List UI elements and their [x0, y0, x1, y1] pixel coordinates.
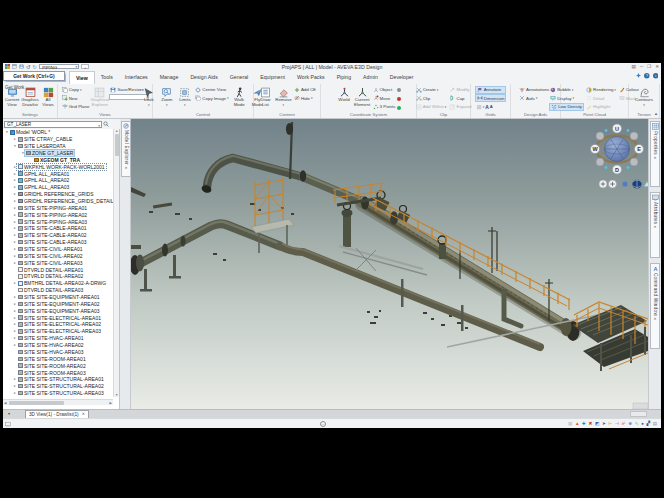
ribbon-button-object[interactable]: Object	[372, 86, 397, 94]
tree-item[interactable]: ▸GPHL ALL_AREA01	[3, 170, 114, 177]
tree-item[interactable]: ▸GPHL ALL_AREA02	[3, 177, 114, 184]
ribbon-button-limits[interactable]: Limits▾	[176, 86, 193, 113]
status-icon-1[interactable]: ▲	[575, 421, 580, 427]
ribbon-button-rendering[interactable]: Rendering▾	[585, 86, 617, 94]
grid-mini-buttons[interactable]: ▾ AA	[475, 103, 507, 111]
tree-item[interactable]: SITE SITE-ROOM-AREA02	[3, 362, 114, 369]
tree-item[interactable]: ▸SITE SITE-STRUCTURAL-AREA01	[3, 376, 114, 383]
ribbon-button-detail[interactable]: Detail	[585, 94, 617, 102]
status-icon-8[interactable]: ⊬	[622, 421, 626, 427]
tab-admin[interactable]: Admin	[357, 71, 384, 84]
ribbon-button-display[interactable]: Display▾	[549, 94, 584, 102]
status-icon-11[interactable]: ●	[641, 421, 644, 427]
ribbon-button-highlight[interactable]: Highlight	[585, 103, 617, 111]
status-icon-4[interactable]: ◩	[595, 421, 599, 427]
ribbon-button-cap[interactable]: Cap	[448, 94, 472, 102]
status-icon-10[interactable]: ∿	[635, 421, 639, 427]
tree-item[interactable]: ▸SITE SITE-PIPING-AREA01	[3, 204, 114, 211]
tree-item[interactable]: ▸SITE SITE-ELECTRICAL-AREA01	[3, 314, 114, 321]
ribbon-button-clip[interactable]: Clip	[415, 94, 448, 102]
ribbon-button-move[interactable]: Move	[372, 94, 397, 102]
ribbon-button-aids[interactable]: Aids▾	[518, 94, 553, 102]
close-icon[interactable]: ✕	[124, 166, 127, 170]
tree-vertical-scrollbar[interactable]: ▲▼	[113, 129, 119, 397]
ribbon-button-look[interactable]: Look▾	[140, 86, 157, 113]
tree-item[interactable]: ▸SITE SITE-PIPING-AREA02	[3, 211, 114, 218]
status-icon-3[interactable]: ✖	[589, 421, 593, 427]
model-explorer-tab[interactable]: Model Explorer ✕	[121, 121, 131, 177]
tree-item[interactable]: ▸SITE SITE-ELECTRICAL-AREA03	[3, 328, 114, 335]
tree-item[interactable]: ▸GPHL ALL_AREA03	[3, 184, 114, 191]
close-icon[interactable]: ✕	[653, 225, 656, 229]
ribbon-button-walk-mode[interactable]: WalkMode	[231, 86, 248, 113]
tree-item[interactable]: ▸GRIDHL REFERENCE_GRIDS_DETAIL	[3, 198, 114, 205]
tree-item[interactable]: ▸SITE CTRAY_CABLE	[3, 136, 114, 143]
status-icon-7[interactable]: ⊣	[615, 421, 619, 427]
tree-item[interactable]: ▸SITE SITE-CABLE-AREA03	[3, 239, 114, 246]
tree-item[interactable]: ▸SITE SITE-PIPING-AREA03	[3, 218, 114, 225]
tab-design-aids[interactable]: Design Aids	[184, 71, 223, 84]
ribbon-button-add-ce[interactable]: Add CE	[293, 86, 317, 94]
dock-tab-command-window[interactable]: ACommand Window✕	[650, 263, 660, 349]
tree-item[interactable]: ▸SITE SITE-ELECTRICAL-AREA02	[3, 321, 114, 328]
ribbon-button-low-density[interactable]: Low Density	[549, 103, 584, 111]
tab-work-packs[interactable]: Work Packs	[291, 71, 331, 84]
tree-item[interactable]: ▸SITE SITE-HVAC-AREA01	[3, 335, 114, 342]
tab-tools[interactable]: Tools	[95, 71, 119, 84]
status-icon-6[interactable]: ⊢	[608, 421, 612, 427]
help-icon[interactable]: ?	[644, 73, 650, 79]
close-icon[interactable]: ✕	[653, 317, 656, 321]
tab-manage[interactable]: Manage	[154, 71, 185, 84]
ribbon-button-world[interactable]: World	[336, 86, 353, 113]
status-icon-5[interactable]: ➤	[602, 421, 606, 427]
coordinate-mini-icon-0[interactable]	[397, 88, 401, 92]
tree-item[interactable]: SITE SITE-HVAC-AREA03	[3, 349, 114, 356]
tree-item[interactable]: ▸SITE SITE-HVAC-AREA02	[3, 342, 114, 349]
tree-item[interactable]: ▸SITE SITE-EQUIPMENT-AREA01	[3, 294, 114, 301]
status-icon-2[interactable]: ✚	[582, 421, 586, 427]
tree-item[interactable]: SITE SITE-ROOM-AREA01	[3, 355, 114, 362]
ribbon-button-remove[interactable]: Remove▾	[275, 86, 292, 113]
ribbon-button-add-within[interactable]: Add Within▾	[415, 103, 448, 111]
options-icon[interactable]: ▤	[631, 64, 635, 69]
status-center-icon[interactable]: −	[320, 421, 326, 427]
status-icon-12[interactable]: ▞	[647, 421, 651, 427]
status-icon-9[interactable]: ⊕	[628, 421, 632, 427]
get-work-label[interactable]: Get Work	[5, 85, 24, 90]
ribbon-button-centre-view[interactable]: Centre View	[194, 86, 229, 94]
minimize-icon[interactable]: ─	[640, 64, 643, 69]
restore-icon[interactable]: ❐	[647, 64, 651, 69]
close-icon[interactable]: ✕	[655, 64, 659, 69]
ribbon-button-all-views[interactable]: AllViews	[40, 86, 57, 113]
ribbon-button-zoom[interactable]: Zoom▾	[158, 86, 175, 113]
tab-general[interactable]: General	[224, 71, 254, 84]
tree-item[interactable]: ▾SITE LASERDATA	[3, 143, 114, 150]
ribbon-button-3-points[interactable]: 3 Points	[372, 103, 397, 111]
tab-developer[interactable]: Developer	[384, 71, 420, 84]
tree-item[interactable]: ▸SITE SITE-CABLE-AREA01	[3, 225, 114, 232]
tree-item[interactable]: DTVRLD DETAIL-AREA03	[3, 287, 114, 294]
tree-item[interactable]: ▾ZONE GT_LASER	[3, 150, 114, 157]
tree-item[interactable]: ▸GRIDHL REFERENCE_GRIDS	[3, 191, 114, 198]
ribbon-button-current-element[interactable]: CurrentElement	[354, 86, 371, 113]
ribbon-button-annotations[interactable]: Annotations▾	[518, 86, 553, 94]
viewport-3d[interactable]: UDWE	[131, 119, 648, 409]
dock-tab-attributes[interactable]: Attributes✕	[650, 192, 660, 258]
tree-item[interactable]: ▸SITE SITE-STRUCTURAL-AREA02	[3, 383, 114, 390]
coordinate-mini-icon-1[interactable]	[397, 97, 401, 101]
ribbon-button-graphical-explorer[interactable]: GraphicalExplorer	[91, 86, 108, 113]
info-icon[interactable]: i	[653, 73, 659, 79]
tab-equipment[interactable]: Equipment	[254, 71, 291, 84]
ribbon-button-grid-plane[interactable]: Grid Plane	[61, 103, 91, 111]
tree-item[interactable]: ▸SITE SITE-EQUIPMENT-AREA03	[3, 307, 114, 314]
ribbon-button-copy-image[interactable]: Copy Image▾	[194, 94, 229, 102]
tab-piping[interactable]: Piping	[331, 71, 357, 84]
ribbon-button-bubble[interactable]: Bubble▾	[549, 86, 584, 94]
tree-item[interactable]: ▸SITE SITE-CABLE-AREA02	[3, 232, 114, 239]
get-work-tooltip[interactable]: Get Work (Ctrl+G)	[3, 71, 65, 82]
close-icon[interactable]: ✕	[653, 156, 656, 160]
tree-item[interactable]: SITE SITE-ROOM-AREA03	[3, 369, 114, 376]
status-icon-0[interactable]: ▦	[568, 421, 572, 427]
tree-item[interactable]: ▸BMTHRL DETAIL-AREA02-A-DRWG	[3, 280, 114, 287]
status-icon-13[interactable]: ▤	[653, 421, 657, 427]
